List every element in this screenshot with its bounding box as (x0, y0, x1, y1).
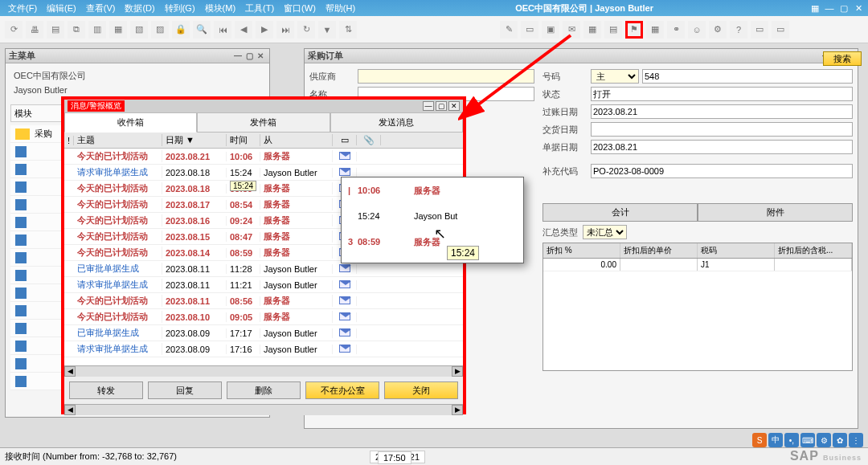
delete-button[interactable]: 删除 (227, 381, 301, 399)
panel-min-icon[interactable]: — (232, 51, 244, 60)
settings-icon[interactable]: ⚙ (709, 21, 727, 39)
menu-view[interactable]: 查看(V) (81, 2, 121, 14)
ref-input[interactable] (591, 164, 853, 178)
ime-punct-icon[interactable]: •, (784, 433, 799, 447)
panel-close-icon[interactable]: ✕ (255, 51, 266, 60)
away-button[interactable]: 不在办公室 (305, 381, 379, 399)
ime-skin-icon[interactable]: ✿ (833, 433, 847, 447)
summary-select[interactable]: 未汇总 (583, 225, 627, 239)
sort-icon[interactable]: ⇅ (339, 21, 357, 39)
word-icon[interactable]: ▧ (130, 21, 148, 39)
message-row[interactable]: 已审批单据生成2023.08.1111:28Jayson Butler (64, 261, 463, 277)
menu-help[interactable]: 帮助(H) (321, 2, 360, 14)
first-icon[interactable]: ⏮ (214, 21, 231, 39)
msg-date: 2023.08.09 (162, 345, 227, 354)
menu-goto[interactable]: 转到(G) (160, 2, 200, 14)
scroll-right-icon[interactable]: ▶ (452, 366, 463, 377)
doc-input[interactable] (591, 140, 853, 154)
filter-icon[interactable]: ▼ (318, 21, 336, 39)
alerts-icon[interactable]: ⚑ (625, 21, 643, 39)
tab-attachments[interactable]: 附件 (698, 203, 853, 221)
lock-icon[interactable]: 🔒 (172, 21, 190, 39)
msg-max-icon[interactable]: ▢ (436, 101, 447, 111)
message-row[interactable]: 今天的已计划活动2023.08.2110:06服务器 (64, 149, 463, 165)
msg-min-icon[interactable]: — (423, 101, 434, 111)
no-input[interactable] (642, 69, 853, 84)
msg-date: 2023.08.18 (162, 168, 227, 177)
panel-hscroll[interactable]: ◀ ▶ (64, 404, 463, 415)
users-icon[interactable]: ⚭ (667, 21, 685, 39)
prev-icon[interactable]: ◀ (235, 21, 252, 39)
chart-icon[interactable]: ▤ (604, 21, 622, 39)
menu-file[interactable]: 文件(F) (3, 2, 42, 14)
doc-icon[interactable]: ▥ (88, 21, 106, 39)
user-label: Jayson Butler (10, 84, 264, 96)
pdf-icon[interactable]: ▨ (151, 21, 169, 39)
ime-kbd-icon[interactable]: ⌨ (800, 433, 815, 447)
close-button[interactable]: 关闭 (384, 381, 458, 399)
help-icon[interactable]: ? (730, 21, 747, 39)
grid-icon[interactable]: ▦ (646, 21, 664, 39)
search-button[interactable]: 搜索 (823, 51, 862, 66)
copy-icon[interactable]: ⧉ (68, 21, 85, 39)
col-from[interactable]: 从 (260, 134, 333, 146)
col-subject[interactable]: 主题 (74, 134, 162, 146)
next-icon[interactable]: ▶ (256, 21, 273, 39)
svg-line-0 (474, 35, 571, 108)
cell-price[interactable] (620, 259, 698, 271)
app1-icon[interactable]: ▭ (751, 21, 768, 39)
app2-icon[interactable]: ▭ (772, 21, 789, 39)
excel-icon[interactable]: ▦ (109, 21, 127, 39)
cell-discount[interactable]: 0.00 (543, 259, 620, 271)
user-icon[interactable]: ☺ (688, 21, 706, 39)
tab-send[interactable]: 发送消息 (330, 112, 463, 133)
print-icon[interactable]: 🖶 (26, 21, 43, 39)
app-title: OEC中国有限公司 | Jayson Butler (360, 2, 809, 14)
close-icon[interactable]: ✕ (852, 3, 865, 14)
find-icon[interactable]: 🔍 (193, 21, 211, 39)
posting-input[interactable] (591, 104, 853, 119)
delivery-input[interactable] (591, 122, 853, 137)
message-row[interactable]: 今天的已计划活动2023.08.1009:05服务器 (64, 309, 463, 325)
menu-window[interactable]: 窗口(W) (279, 2, 321, 14)
msg-hscroll[interactable]: ◀ ▶ (64, 365, 463, 377)
col-time[interactable]: 时间 (227, 134, 260, 146)
last-icon[interactable]: ⏭ (276, 21, 294, 39)
reply-button[interactable]: 回复 (148, 381, 222, 399)
ime-icon[interactable]: S (752, 433, 767, 447)
menu-data[interactable]: 数据(D) (120, 2, 159, 14)
message-row[interactable]: 请求审批单据生成2023.08.1111:21Jayson Butler (64, 277, 463, 293)
tab-accounting[interactable]: 会计 (542, 203, 698, 221)
refresh-icon[interactable]: ⟳ (5, 21, 23, 39)
preview-icon[interactable]: ▤ (47, 21, 64, 39)
ime-cn-icon[interactable]: 中 (768, 433, 783, 447)
tab-outbox[interactable]: 发件箱 (197, 112, 330, 133)
msg-date: 2023.08.14 (162, 248, 227, 258)
scroll-right-icon[interactable]: ▶ (452, 405, 463, 415)
minimize-icon[interactable]: — (823, 3, 836, 14)
ime-more-icon[interactable]: ⋮ (849, 433, 863, 447)
cell-tax[interactable]: J1 (698, 259, 775, 271)
cell-incltax[interactable] (775, 259, 852, 271)
scroll-left-icon[interactable]: ◀ (64, 366, 76, 377)
panel-max-icon[interactable]: ▢ (244, 51, 255, 60)
scroll-left-icon[interactable]: ◀ (64, 405, 76, 415)
po-grid[interactable]: 折扣 % 折扣后的单价 税码 折扣后的含税... 0.00 J1 (542, 243, 853, 371)
tab-inbox[interactable]: 收件箱 (64, 112, 197, 133)
col-date[interactable]: 日期 ▼ (162, 134, 227, 146)
menu-tools[interactable]: 工具(T) (240, 2, 279, 14)
forward-button[interactable]: 转发 (69, 381, 143, 399)
menu-modules[interactable]: 模块(M) (200, 2, 241, 14)
maximize-icon[interactable]: ▢ (837, 3, 850, 14)
loop-icon[interactable]: ↻ (297, 21, 315, 39)
message-row[interactable]: 今天的已计划活动2023.08.1108:56服务器 (64, 293, 463, 309)
doc-label: 单据日期 (542, 141, 591, 153)
ime-set-icon[interactable]: ⚙ (817, 433, 831, 447)
menubar: 文件(F) 编辑(E) 查看(V) 数据(D) 转到(G) 模块(M) 工具(T… (0, 0, 868, 16)
palette-icon[interactable]: ▦ (809, 3, 821, 14)
menu-edit[interactable]: 编辑(E) (42, 2, 81, 14)
message-row[interactable]: 已审批单据生成2023.08.0917:17Jayson Butler (64, 325, 463, 341)
status-input[interactable] (591, 87, 853, 101)
message-row[interactable]: 请求审批单据生成2023.08.0917:16Jayson Butler (64, 341, 463, 357)
no-type-select[interactable]: 主 (591, 69, 639, 84)
